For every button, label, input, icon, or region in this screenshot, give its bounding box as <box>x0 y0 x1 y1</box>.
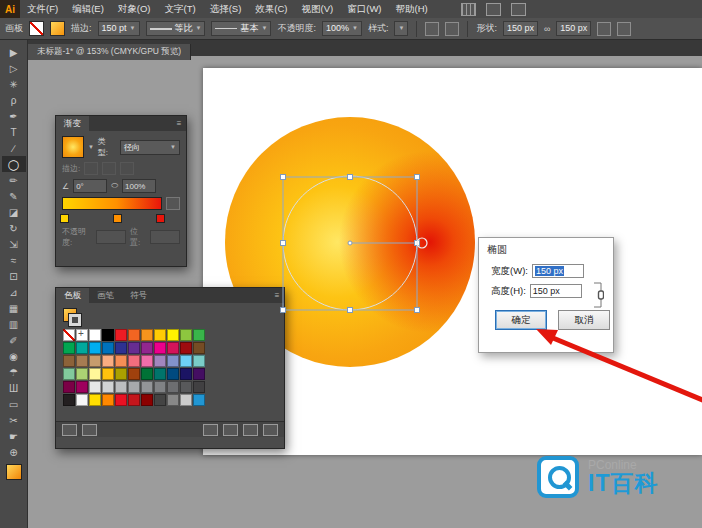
color-swatch[interactable] <box>102 381 114 393</box>
menu-item[interactable]: 视图(V) <box>295 0 341 18</box>
color-swatch[interactable] <box>193 342 205 354</box>
color-swatch[interactable] <box>115 368 127 380</box>
color-swatch[interactable] <box>167 342 179 354</box>
gradient-thumbnail[interactable] <box>62 136 84 158</box>
color-swatch[interactable] <box>193 394 205 406</box>
document-tab[interactable]: 未标题-1* @ 153% (CMYK/GPU 预览) <box>28 44 191 60</box>
new-swatch-icon[interactable] <box>243 424 258 436</box>
symbol-sprayer-tool[interactable]: ☂ <box>2 364 26 380</box>
hand-tool[interactable]: ☛ <box>2 428 26 444</box>
tab-symbols[interactable]: 符号 <box>122 288 155 303</box>
constrain-proportions-icon[interactable] <box>592 282 604 308</box>
selection-tool[interactable]: ▶ <box>2 44 26 60</box>
menu-item[interactable]: 帮助(H) <box>389 0 435 18</box>
menu-item[interactable]: 效果(C) <box>248 0 294 18</box>
perspective-grid-tool[interactable]: ⊿ <box>2 284 26 300</box>
slice-tool[interactable]: ✂ <box>2 412 26 428</box>
color-swatch[interactable] <box>102 368 114 380</box>
color-swatch[interactable] <box>180 355 192 367</box>
fill-color-control[interactable] <box>29 21 44 36</box>
color-swatch[interactable] <box>141 368 153 380</box>
width-tool[interactable]: ≈ <box>2 252 26 268</box>
opacity-field[interactable]: 100%▼ <box>322 21 362 36</box>
color-swatch[interactable] <box>115 329 127 341</box>
lasso-tool[interactable]: ρ <box>2 92 26 108</box>
pen-tool[interactable]: ✒ <box>2 108 26 124</box>
shape-height-field[interactable]: 150 px <box>556 21 591 36</box>
color-swatch[interactable] <box>102 342 114 354</box>
color-swatch[interactable] <box>141 329 153 341</box>
color-swatch[interactable] <box>180 329 192 341</box>
color-swatch[interactable] <box>102 355 114 367</box>
color-swatch[interactable] <box>167 368 179 380</box>
color-swatch[interactable] <box>76 355 88 367</box>
color-swatch[interactable] <box>128 329 140 341</box>
scale-tool[interactable]: ⇲ <box>2 236 26 252</box>
color-swatch[interactable] <box>115 381 127 393</box>
cancel-button[interactable]: 取消 <box>558 310 610 330</box>
color-swatch[interactable] <box>89 368 101 380</box>
gradient-tool[interactable]: ▥ <box>2 316 26 332</box>
blend-tool[interactable]: ◉ <box>2 348 26 364</box>
brush-definition[interactable]: 基本▼ <box>211 21 271 36</box>
color-swatch[interactable] <box>63 394 75 406</box>
direct-selection-tool[interactable]: ▷ <box>2 60 26 76</box>
color-swatch[interactable] <box>76 368 88 380</box>
stop-location-field[interactable] <box>150 230 180 244</box>
align-icon[interactable] <box>597 22 611 36</box>
chevron-down-icon[interactable]: ▼ <box>88 144 94 150</box>
color-swatch[interactable] <box>76 329 88 341</box>
free-transform-tool[interactable]: ⊡ <box>2 268 26 284</box>
artboard-tool[interactable]: ▭ <box>2 396 26 412</box>
panel-menu-icon[interactable]: ≡ <box>172 116 186 131</box>
color-swatch[interactable] <box>63 342 75 354</box>
color-swatch[interactable] <box>128 368 140 380</box>
tab-gradient[interactable]: 渐变 <box>56 116 89 131</box>
color-swatch[interactable] <box>102 394 114 406</box>
color-swatch[interactable] <box>154 342 166 354</box>
height-field[interactable]: 150 px <box>530 284 582 298</box>
eyedropper-tool[interactable]: ✐ <box>2 332 26 348</box>
color-swatch[interactable] <box>180 368 192 380</box>
pencil-tool[interactable]: ✎ <box>2 188 26 204</box>
ok-button[interactable]: 确定 <box>495 310 547 330</box>
paintbrush-tool[interactable]: ✏ <box>2 172 26 188</box>
color-swatch[interactable] <box>89 381 101 393</box>
color-swatch[interactable] <box>115 342 127 354</box>
eraser-tool[interactable]: ◪ <box>2 204 26 220</box>
gradient-angle-field[interactable]: 0° <box>73 179 107 193</box>
width-field[interactable]: 150 px <box>532 264 584 278</box>
color-swatch[interactable] <box>193 381 205 393</box>
transform-icon[interactable] <box>617 22 631 36</box>
color-swatch[interactable] <box>141 342 153 354</box>
libraries-icon[interactable] <box>511 3 526 16</box>
arrange-documents-icon[interactable] <box>461 3 476 16</box>
column-graph-tool[interactable]: Ш <box>2 380 26 396</box>
shape-width-field[interactable]: 150 px <box>503 21 538 36</box>
color-swatch[interactable] <box>76 342 88 354</box>
panel-menu-icon[interactable]: ≡ <box>270 288 284 303</box>
color-swatch[interactable] <box>180 342 192 354</box>
gradient-stop[interactable] <box>156 214 165 223</box>
color-swatch[interactable] <box>167 381 179 393</box>
menu-item[interactable]: 文字(T) <box>158 0 203 18</box>
fill-stroke-proxy[interactable] <box>63 308 83 326</box>
color-swatch[interactable] <box>128 381 140 393</box>
color-swatch[interactable] <box>193 329 205 341</box>
color-swatch[interactable] <box>63 381 75 393</box>
stroke-color-control[interactable] <box>50 21 65 36</box>
line-segment-tool[interactable]: ∕ <box>2 140 26 156</box>
zoom-tool[interactable]: ⊕ <box>2 444 26 460</box>
color-swatch[interactable] <box>102 329 114 341</box>
gradient-aspect-field[interactable]: 100% <box>122 179 156 193</box>
color-swatch[interactable] <box>154 368 166 380</box>
fill-color-swatch[interactable] <box>6 464 22 480</box>
stop-opacity-field[interactable] <box>96 230 126 244</box>
ellipse-tool[interactable]: ◯ <box>2 156 26 172</box>
gradient-stop[interactable] <box>60 214 69 223</box>
show-swatch-kinds-icon[interactable] <box>82 424 97 436</box>
color-swatch[interactable] <box>141 381 153 393</box>
color-swatch[interactable] <box>167 394 179 406</box>
color-swatch[interactable] <box>115 355 127 367</box>
color-swatch[interactable] <box>63 368 75 380</box>
